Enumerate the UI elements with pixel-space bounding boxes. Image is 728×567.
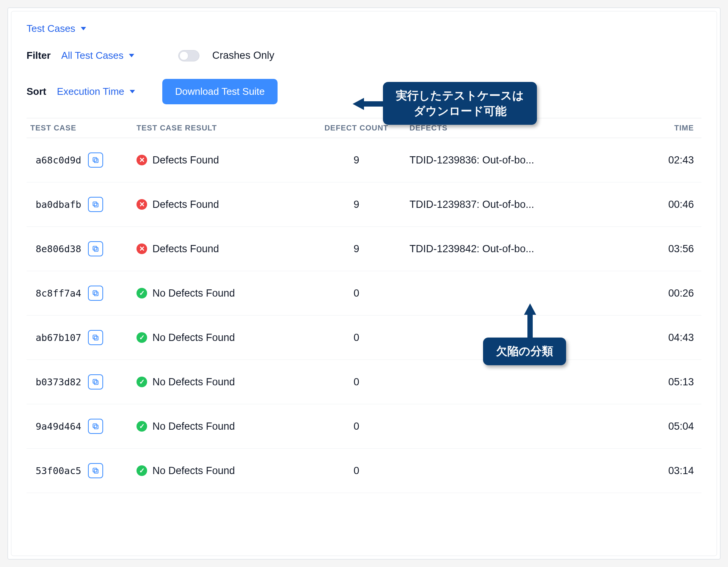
annotation-arrow-shaft bbox=[527, 313, 533, 340]
download-test-suite-button[interactable]: Download Test Suite bbox=[162, 79, 278, 104]
success-icon: ✓ bbox=[136, 288, 147, 298]
result-text: No Defects Found bbox=[152, 332, 235, 344]
test-case-id-cell: 9a49d464 bbox=[30, 419, 136, 434]
result-cell: ✓No Defects Found bbox=[136, 465, 303, 477]
test-case-id: a68c0d9d bbox=[36, 155, 81, 166]
defect-count: 0 bbox=[303, 287, 410, 299]
copy-icon bbox=[92, 423, 99, 430]
filter-row: Filter All Test Cases Crashes Only bbox=[27, 50, 701, 61]
crashes-only-toggle[interactable] bbox=[178, 50, 199, 61]
defects-text: TDID-1239836: Out-of-bo... bbox=[410, 154, 592, 166]
filter-label: Filter bbox=[27, 50, 51, 61]
svg-rect-2 bbox=[94, 203, 98, 207]
success-icon: ✓ bbox=[136, 377, 147, 387]
chevron-down-icon bbox=[130, 90, 135, 93]
test-case-id: ba0dbafb bbox=[36, 199, 81, 210]
chevron-down-icon bbox=[81, 27, 86, 30]
col-result: TEST CASE RESULT bbox=[136, 124, 303, 132]
success-icon: ✓ bbox=[136, 421, 147, 432]
svg-rect-14 bbox=[94, 470, 98, 473]
copy-icon bbox=[92, 245, 99, 253]
table-row: ba0dbafb✕Defects Found9TDID-1239837: Out… bbox=[27, 182, 701, 227]
annotation-download-callout: 実行したテストケースは ダウンロード可能 bbox=[383, 82, 537, 125]
result-text: Defects Found bbox=[152, 243, 219, 255]
view-selector-dropdown[interactable]: Test Cases bbox=[27, 23, 86, 35]
table-row: ab67b107✓No Defects Found004:43 bbox=[27, 316, 701, 360]
test-cases-table: TEST CASE TEST CASE RESULT DEFECT COUNT … bbox=[27, 118, 701, 493]
execution-time: 00:46 bbox=[592, 199, 698, 210]
view-selector-label: Test Cases bbox=[27, 23, 75, 35]
copy-icon bbox=[92, 334, 99, 341]
test-case-id-cell: 53f00ac5 bbox=[30, 463, 136, 478]
test-case-id: 8c8ff7a4 bbox=[36, 288, 81, 299]
copy-icon bbox=[92, 201, 99, 208]
filter-dropdown[interactable]: All Test Cases bbox=[61, 50, 134, 61]
test-case-id: 53f00ac5 bbox=[36, 465, 81, 476]
table-row: 9a49d464✓No Defects Found005:04 bbox=[27, 404, 701, 449]
result-cell: ✓No Defects Found bbox=[136, 421, 303, 432]
crashes-only-label: Crashes Only bbox=[212, 50, 275, 61]
table-row: a68c0d9d✕Defects Found9TDID-1239836: Out… bbox=[27, 138, 701, 182]
execution-time: 05:04 bbox=[592, 421, 698, 432]
test-cases-panel: Test Cases Filter All Test Cases Crashes… bbox=[11, 11, 717, 556]
defect-count: 9 bbox=[303, 199, 410, 210]
toggle-knob bbox=[179, 51, 188, 60]
test-case-id-cell: ab67b107 bbox=[30, 330, 136, 345]
test-case-id: 9a49d464 bbox=[36, 421, 81, 432]
copy-id-button[interactable] bbox=[88, 286, 103, 301]
result-text: No Defects Found bbox=[152, 465, 235, 477]
sort-dropdown[interactable]: Execution Time bbox=[57, 86, 135, 97]
copy-id-button[interactable] bbox=[88, 330, 103, 345]
sort-label: Sort bbox=[27, 86, 46, 97]
table-row: b0373d82✓No Defects Found005:13 bbox=[27, 360, 701, 404]
result-cell: ✓No Defects Found bbox=[136, 332, 303, 344]
test-case-id-cell: b0373d82 bbox=[30, 374, 136, 390]
svg-rect-3 bbox=[93, 202, 97, 206]
table-header-row: TEST CASE TEST CASE RESULT DEFECT COUNT … bbox=[27, 118, 701, 138]
copy-id-button[interactable] bbox=[88, 419, 103, 434]
sort-value: Execution Time bbox=[57, 86, 124, 97]
defect-count: 0 bbox=[303, 376, 410, 388]
table-body: a68c0d9d✕Defects Found9TDID-1239836: Out… bbox=[27, 138, 701, 493]
defect-count: 9 bbox=[303, 243, 410, 255]
copy-icon bbox=[92, 156, 99, 164]
result-text: Defects Found bbox=[152, 154, 219, 166]
result-cell: ✕Defects Found bbox=[136, 243, 303, 255]
col-defect-count: DEFECT COUNT bbox=[303, 124, 410, 132]
error-icon: ✕ bbox=[136, 155, 147, 165]
svg-rect-8 bbox=[94, 336, 98, 340]
copy-icon bbox=[92, 467, 99, 474]
svg-rect-0 bbox=[94, 159, 98, 163]
test-case-id: 8e806d38 bbox=[36, 243, 81, 254]
error-icon: ✕ bbox=[136, 243, 147, 254]
annotation-defects-callout: 欠陥の分類 bbox=[483, 338, 566, 365]
test-case-id-cell: a68c0d9d bbox=[30, 152, 136, 168]
copy-id-button[interactable] bbox=[88, 463, 103, 478]
copy-id-button[interactable] bbox=[88, 241, 103, 256]
result-cell: ✓No Defects Found bbox=[136, 376, 303, 388]
defect-count: 0 bbox=[303, 421, 410, 432]
defect-count: 9 bbox=[303, 154, 410, 166]
copy-id-button[interactable] bbox=[88, 152, 103, 168]
copy-id-button[interactable] bbox=[88, 374, 103, 390]
defect-count: 0 bbox=[303, 332, 410, 344]
annotation-arrow-shaft bbox=[362, 101, 385, 107]
table-row: 8e806d38✕Defects Found9TDID-1239842: Out… bbox=[27, 227, 701, 271]
svg-rect-6 bbox=[94, 292, 98, 296]
test-case-id-cell: 8c8ff7a4 bbox=[30, 286, 136, 301]
test-case-id-cell: 8e806d38 bbox=[30, 241, 136, 256]
success-icon: ✓ bbox=[136, 465, 147, 476]
test-case-id: b0373d82 bbox=[36, 377, 81, 388]
svg-rect-10 bbox=[94, 381, 98, 385]
svg-rect-7 bbox=[93, 291, 97, 294]
result-text: No Defects Found bbox=[152, 376, 235, 388]
result-cell: ✓No Defects Found bbox=[136, 287, 303, 299]
error-icon: ✕ bbox=[136, 199, 147, 210]
svg-rect-5 bbox=[93, 246, 97, 250]
defects-text: TDID-1239842: Out-of-bo... bbox=[410, 243, 592, 255]
defect-count: 0 bbox=[303, 465, 410, 477]
result-text: No Defects Found bbox=[152, 287, 235, 299]
svg-rect-13 bbox=[93, 424, 97, 427]
col-test-case: TEST CASE bbox=[30, 124, 136, 132]
copy-id-button[interactable] bbox=[88, 197, 103, 212]
